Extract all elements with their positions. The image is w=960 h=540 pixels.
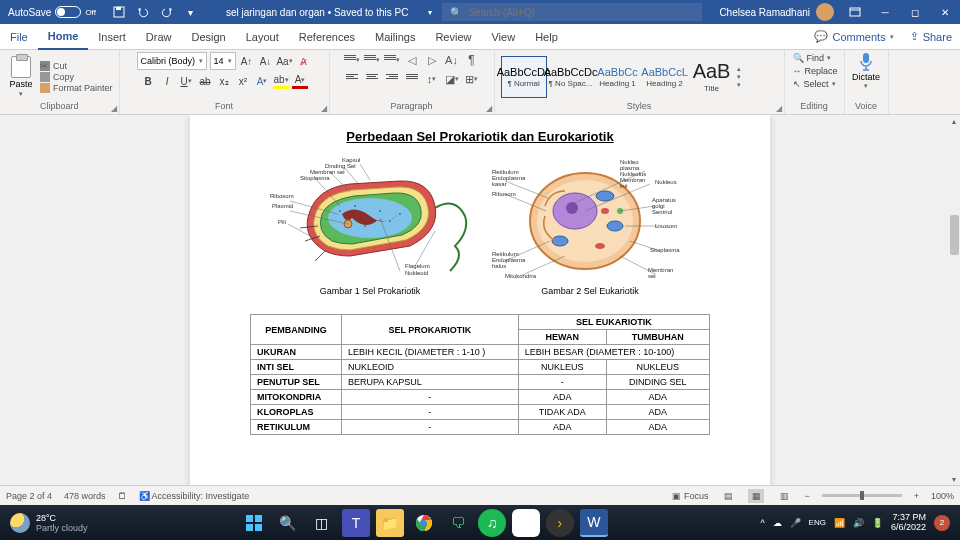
zoom-in-button[interactable]: + (914, 491, 919, 501)
paste-button[interactable]: Paste ▾ (6, 56, 36, 98)
onedrive-icon[interactable]: ☁ (773, 518, 782, 528)
language-indicator[interactable]: ENG (809, 518, 826, 527)
undo-icon[interactable] (136, 5, 150, 19)
tab-review[interactable]: Review (425, 24, 481, 50)
microphone-tray-icon[interactable]: 🎤 (790, 518, 801, 528)
tray-chevron-icon[interactable]: ^ (760, 518, 764, 528)
show-marks-button[interactable]: ¶ (463, 52, 481, 68)
tab-references[interactable]: References (289, 24, 365, 50)
explorer-icon[interactable]: 📁 (376, 509, 404, 537)
format-painter-button[interactable]: Format Painter (40, 83, 113, 93)
tab-home[interactable]: Home (38, 24, 89, 50)
change-case-button[interactable]: Aa▾ (277, 53, 293, 69)
redo-icon[interactable] (160, 5, 174, 19)
app-icon[interactable]: ◎ (512, 509, 540, 537)
battery-icon[interactable]: 🔋 (872, 518, 883, 528)
print-layout-icon[interactable]: ▦ (748, 489, 764, 503)
accessibility-status[interactable]: ♿ Accessibility: Investigate (139, 491, 250, 501)
styles-more-button[interactable]: ▴▾▾ (737, 65, 741, 89)
teams-icon[interactable]: T (342, 509, 370, 537)
tab-mailings[interactable]: Mailings (365, 24, 425, 50)
multilevel-button[interactable]: ▾ (383, 52, 401, 68)
close-button[interactable]: ✕ (930, 0, 960, 24)
notification-badge[interactable]: 2 (934, 515, 950, 531)
clear-format-button[interactable]: A̷ (296, 53, 312, 69)
dialog-launcher-icon[interactable]: ◢ (321, 104, 327, 113)
weather-widget[interactable]: 28°C Partly cloudy (0, 513, 98, 533)
clock[interactable]: 7:37 PM 6/6/2022 (891, 513, 926, 533)
highlight-button[interactable]: ab▾ (273, 73, 289, 89)
autosave-toggle[interactable]: AutoSave Off (0, 6, 104, 18)
minimize-button[interactable]: ─ (870, 0, 900, 24)
save-icon[interactable] (112, 5, 126, 19)
zoom-out-button[interactable]: − (804, 491, 809, 501)
whatsapp-icon[interactable]: 🗨 (444, 509, 472, 537)
focus-mode-button[interactable]: ▣ Focus (672, 491, 708, 501)
word-count[interactable]: 478 words (64, 491, 106, 501)
select-button[interactable]: ↖Select▾ (791, 78, 838, 90)
wifi-icon[interactable]: 📶 (834, 518, 845, 528)
task-view-button[interactable]: ◫ (308, 509, 336, 537)
zoom-slider[interactable] (822, 494, 902, 497)
style-heading-2[interactable]: AaBbCcLHeading 2 (642, 56, 688, 98)
document-area[interactable]: Perbedaan Sel Prokariotik dan Eurokariot… (0, 115, 960, 485)
scroll-down-icon[interactable]: ▾ (948, 473, 960, 485)
tab-help[interactable]: Help (525, 24, 568, 50)
scroll-up-icon[interactable]: ▴ (948, 115, 960, 127)
cut-button[interactable]: ✂Cut (40, 61, 113, 71)
read-mode-icon[interactable]: ▤ (720, 489, 736, 503)
font-color-button[interactable]: A▾ (292, 73, 308, 89)
app-icon-2[interactable]: › (546, 509, 574, 537)
tab-file[interactable]: File (0, 24, 38, 50)
tab-draw[interactable]: Draw (136, 24, 182, 50)
comments-button[interactable]: 💬Comments▾ (806, 30, 901, 43)
superscript-button[interactable]: x² (235, 73, 251, 89)
shading-button[interactable]: ◪▾ (443, 71, 461, 87)
word-icon[interactable]: W (580, 509, 608, 537)
search-bar[interactable]: 🔍 (442, 3, 702, 21)
dialog-launcher-icon[interactable]: ◢ (776, 104, 782, 113)
numbering-button[interactable]: ▾ (363, 52, 381, 68)
bold-button[interactable]: B (140, 73, 156, 89)
style-title[interactable]: AaBTitle (689, 56, 735, 98)
line-spacing-button[interactable]: ↕▾ (423, 71, 441, 87)
maximize-button[interactable]: ◻ (900, 0, 930, 24)
underline-button[interactable]: U▾ (178, 73, 194, 89)
replace-button[interactable]: ↔Replace (791, 65, 840, 77)
scroll-thumb[interactable] (950, 215, 959, 255)
share-button[interactable]: ⇪Share (902, 30, 960, 43)
sort-button[interactable]: A↓ (443, 52, 461, 68)
text-predictions-icon[interactable]: 🗒 (118, 491, 127, 501)
increase-indent-button[interactable]: ▷ (423, 52, 441, 68)
ribbon-display-icon[interactable] (840, 0, 870, 24)
align-right-button[interactable] (383, 71, 401, 87)
justify-button[interactable] (403, 71, 421, 87)
subscript-button[interactable]: x₂ (216, 73, 232, 89)
chrome-icon[interactable] (410, 509, 438, 537)
page-indicator[interactable]: Page 2 of 4 (6, 491, 52, 501)
decrease-font-button[interactable]: A↓ (258, 53, 274, 69)
align-center-button[interactable] (363, 71, 381, 87)
italic-button[interactable]: I (159, 73, 175, 89)
tab-insert[interactable]: Insert (88, 24, 136, 50)
spotify-icon[interactable]: ♫ (478, 509, 506, 537)
copy-button[interactable]: Copy (40, 72, 113, 82)
style-heading-1[interactable]: AaBbCcHeading 1 (595, 56, 641, 98)
zoom-level[interactable]: 100% (931, 491, 954, 501)
find-button[interactable]: 🔍Find▾ (791, 52, 834, 64)
style--no-spac-[interactable]: AaBbCcDc¶ No Spac... (548, 56, 594, 98)
vertical-scrollbar[interactable]: ▴ ▾ (948, 115, 960, 485)
style--normal[interactable]: AaBbCcDc¶ Normal (501, 56, 547, 98)
bullets-button[interactable]: ▾ (343, 52, 361, 68)
strikethrough-button[interactable]: ab (197, 73, 213, 89)
web-layout-icon[interactable]: ▥ (776, 489, 792, 503)
font-size-select[interactable]: 14▾ (210, 52, 236, 70)
decrease-indent-button[interactable]: ◁ (403, 52, 421, 68)
dialog-launcher-icon[interactable]: ◢ (486, 104, 492, 113)
tab-design[interactable]: Design (181, 24, 235, 50)
align-left-button[interactable] (343, 71, 361, 87)
increase-font-button[interactable]: A↑ (239, 53, 255, 69)
title-dropdown-icon[interactable]: ▾ (428, 8, 432, 17)
tab-view[interactable]: View (481, 24, 525, 50)
start-button[interactable] (240, 509, 268, 537)
